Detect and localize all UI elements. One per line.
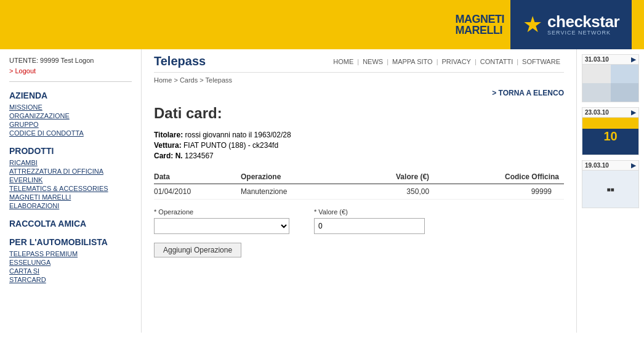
cell-codice: 99999 <box>441 184 564 200</box>
table-row: 01/04/2010 Manutenzione 350,00 99999 <box>154 184 564 200</box>
right-sidebar: 31.03.10 ▶ 23.03.10 ▶ 10 <box>576 49 644 333</box>
col-data: Data <box>154 170 241 184</box>
titolare-label: Titolare: <box>154 131 183 139</box>
sidebar-item-attrezzatura[interactable]: ATTREZZATURA DI OFFICINA <box>9 167 132 176</box>
vettura-label: Vettura: <box>154 141 182 150</box>
sidebar-section-raccolta: RACCOLTA AMICA <box>9 219 132 229</box>
star-icon: ★ <box>523 14 542 36</box>
col-operazione: Operazione <box>241 170 347 184</box>
nav-mappa-sito[interactable]: MAPPA SITO <box>388 58 437 65</box>
checkstar-subtitle: SERVICE NETWORK <box>547 30 619 36</box>
cell-valore: 350,00 <box>347 184 441 200</box>
news-card-2: 23.03.10 ▶ 10 <box>582 107 639 155</box>
sidebar-section-azienda: AZIENDA <box>9 91 132 100</box>
cell-data: 01/04/2010 <box>154 184 241 200</box>
main-wrapper: UTENTE: 99999 Test Logon Logout AZIENDA … <box>0 49 644 333</box>
operazione-select[interactable] <box>154 218 289 234</box>
news-card-3-date: 19.03.10 <box>585 162 609 169</box>
news-card-3-img: ■■ <box>582 171 638 208</box>
form-group-operazione: * Operazione <box>154 208 289 234</box>
checkstar-logo: ★ checkstar SERVICE NETWORK <box>510 0 632 49</box>
sidebar-item-telematics[interactable]: TELEMATICS & ACCESSORIES <box>9 184 132 193</box>
nav-news[interactable]: NEWS <box>359 58 387 65</box>
news-card-1-header: 31.03.10 ▶ <box>582 55 638 65</box>
user-info: UTENTE: 99999 Test Logon <box>9 57 132 64</box>
checkstar-name: checkstar <box>547 14 619 30</box>
logo-area: MAGNETI MARELLI ★ checkstar SERVICE NETW… <box>449 0 632 49</box>
play-icon-3[interactable]: ▶ <box>631 162 636 169</box>
header: MAGNETI MARELLI ★ checkstar SERVICE NETW… <box>0 0 644 49</box>
sidebar-item-starcard[interactable]: STARCARD <box>9 275 132 284</box>
page-top-title: Telepass <box>154 54 206 68</box>
news-card-2-date: 23.03.10 <box>585 109 609 116</box>
page-title: Dati card: <box>154 105 564 122</box>
play-icon-1[interactable]: ▶ <box>631 56 636 63</box>
card-number: 1234567 <box>185 152 214 160</box>
sidebar-item-everlink[interactable]: EVERLINK <box>9 176 132 184</box>
news-card-3-header: 19.03.10 ▶ <box>582 161 638 171</box>
news-card-1-img <box>582 65 638 102</box>
magneti-marelli-logo: MAGNETI MARELLI <box>449 9 511 41</box>
cell-operazione: Manutenzione <box>241 184 347 200</box>
news-card-3: 19.03.10 ▶ ■■ <box>582 160 639 208</box>
valore-input[interactable] <box>314 218 425 234</box>
sidebar-item-gruppo[interactable]: GRUPPO <box>9 120 132 129</box>
sidebar-item-ricambi[interactable]: RICAMBI <box>9 158 132 167</box>
sidebar-section-automobilista: PER L'AUTOMOBILISTA <box>9 237 132 247</box>
news-card-1-date: 31.03.10 <box>585 56 609 63</box>
top-nav: Telepass HOME | NEWS | MAPPA SITO | PRIV… <box>154 49 564 73</box>
data-table: Data Operazione Valore (€) Codice Offici… <box>154 170 564 200</box>
col-codice: Codice Officina <box>441 170 564 184</box>
news-card-2-header: 23.03.10 ▶ <box>582 108 638 118</box>
nav-privacy[interactable]: PRIVACY <box>438 58 474 65</box>
sidebar-item-magneti[interactable]: MAGNETI MARELLI <box>9 193 132 201</box>
sidebar-item-missione[interactable]: MISSIONE <box>9 103 132 111</box>
sidebar-divider <box>9 81 132 82</box>
news-card-1: 31.03.10 ▶ <box>582 54 639 102</box>
sidebar-item-esselunga[interactable]: ESSELUNGA <box>9 258 132 267</box>
add-operazione-button[interactable]: Aggiungi Operazione <box>154 243 241 257</box>
sidebar-section-prodotti: PRODOTTI <box>9 146 132 156</box>
sidebar: UTENTE: 99999 Test Logon Logout AZIENDA … <box>0 49 142 333</box>
form-group-valore: * Valore (€) <box>314 208 425 234</box>
vettura-value: FIAT PUNTO (188) - ck234fd <box>183 141 278 150</box>
col-valore: Valore (€) <box>347 170 441 184</box>
titolare-value: rossi giovanni nato il 1963/02/28 <box>185 131 291 139</box>
card-info: Titolare: rossi giovanni nato il 1963/02… <box>154 131 564 160</box>
sidebar-item-organizzazione[interactable]: ORGANIZZAZIONE <box>9 111 132 120</box>
valore-label: * Valore (€) <box>314 208 425 216</box>
operazione-label: * Operazione <box>154 208 289 216</box>
play-icon-2[interactable]: ▶ <box>631 109 636 116</box>
main-content: Telepass HOME | NEWS | MAPPA SITO | PRIV… <box>142 49 576 333</box>
card-label: Card: N. <box>154 152 183 160</box>
magneti-line1: MAGNETI <box>456 14 505 25</box>
news-card-2-img: 10 <box>582 118 638 155</box>
logout-link[interactable]: Logout <box>9 67 36 75</box>
breadcrumb: Home > Cards > Telepass <box>154 76 564 84</box>
nav-contatti[interactable]: CONTATTI <box>477 58 517 65</box>
sidebar-item-telepass-premium[interactable]: TELEPASS PREMIUM <box>9 249 132 258</box>
back-link[interactable]: > TORNA A ELENCO <box>492 89 564 97</box>
back-link-container: > TORNA A ELENCO <box>154 89 564 97</box>
nav-home[interactable]: HOME <box>329 58 357 65</box>
sidebar-item-elaborazioni[interactable]: ELABORAZIONI <box>9 201 132 210</box>
nav-software[interactable]: SOFTWARE <box>518 58 564 65</box>
form-row: * Operazione * Valore (€) <box>154 208 564 234</box>
sidebar-item-carta-si[interactable]: CARTA SI <box>9 267 132 275</box>
magneti-line2: MARELLI <box>456 25 505 36</box>
sidebar-item-codice[interactable]: CODICE DI CONDOTTA <box>9 129 132 137</box>
nav-links: HOME | NEWS | MAPPA SITO | PRIVACY | CON… <box>329 58 564 65</box>
